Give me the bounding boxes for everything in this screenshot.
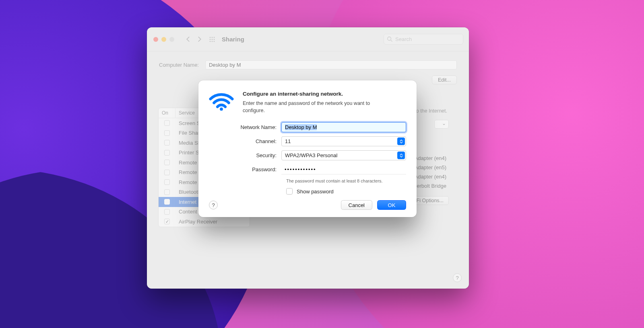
- ok-button[interactable]: OK: [377, 200, 406, 210]
- dialog-title: Configure an internet-sharing network.: [243, 91, 388, 97]
- svg-point-6: [210, 41, 211, 42]
- channel-label: Channel:: [209, 138, 281, 144]
- computer-name-input[interactable]: [205, 60, 457, 70]
- edit-button[interactable]: Edit...: [432, 76, 457, 84]
- window-title: Sharing: [222, 36, 244, 43]
- stepper-arrows-icon: [397, 152, 405, 159]
- channel-value: 11: [285, 138, 291, 144]
- titlebar: Sharing: [147, 27, 469, 51]
- wifi-icon: [209, 91, 234, 112]
- computer-name-label: Computer Name:: [159, 62, 199, 68]
- show-password-label: Show password: [297, 189, 334, 195]
- service-checkbox[interactable]: [164, 209, 170, 215]
- search-icon: [387, 36, 392, 42]
- service-checkbox[interactable]: [164, 130, 170, 136]
- dialog-subtitle: Enter the name and password of the netwo…: [243, 100, 388, 114]
- svg-point-0: [210, 37, 211, 38]
- network-name-input[interactable]: [281, 122, 406, 132]
- svg-point-4: [212, 39, 213, 40]
- show-all-button[interactable]: [207, 35, 217, 44]
- network-name-label: Network Name:: [209, 124, 281, 130]
- service-checkbox[interactable]: [164, 150, 170, 156]
- stepper-arrows-icon: [397, 137, 405, 145]
- service-checkbox[interactable]: [164, 219, 170, 224]
- close-window-button[interactable]: [153, 37, 158, 42]
- svg-point-8: [214, 41, 215, 42]
- service-row[interactable]: AirPlay Receiver: [159, 217, 250, 227]
- grid-icon: [209, 36, 215, 43]
- cancel-button[interactable]: Cancel: [341, 200, 372, 210]
- svg-point-5: [214, 39, 215, 40]
- security-select[interactable]: WPA2/WPA3 Personal: [281, 150, 406, 160]
- services-header-on: On: [159, 108, 175, 118]
- svg-point-3: [210, 39, 211, 40]
- service-checkbox[interactable]: [164, 170, 170, 175]
- forward-button[interactable]: [194, 35, 204, 44]
- share-connection-select[interactable]: [434, 120, 449, 129]
- service-checkbox[interactable]: [164, 179, 170, 185]
- back-button[interactable]: [183, 35, 193, 44]
- help-button[interactable]: ?: [453, 273, 462, 282]
- security-value: WPA2/WPA3 Personal: [285, 152, 337, 158]
- service-checkbox[interactable]: [164, 120, 170, 126]
- show-password-checkbox[interactable]: [286, 188, 293, 195]
- service-label: AirPlay Receiver: [175, 219, 250, 225]
- password-input[interactable]: [281, 164, 406, 174]
- password-hint: The password must contain at least 8 cha…: [286, 178, 406, 183]
- service-checkbox[interactable]: [164, 140, 170, 146]
- service-checkbox[interactable]: [164, 199, 170, 205]
- chevron-left-icon: [186, 37, 191, 42]
- search-input[interactable]: [384, 34, 463, 45]
- svg-point-10: [220, 108, 223, 111]
- traffic-lights: [153, 37, 174, 42]
- chevron-right-icon: [197, 37, 202, 42]
- minimize-window-button[interactable]: [161, 37, 166, 42]
- service-checkbox[interactable]: [164, 189, 170, 195]
- channel-select[interactable]: 11: [281, 136, 406, 146]
- dialog-help-button[interactable]: ?: [209, 201, 218, 209]
- service-checkbox[interactable]: [164, 160, 170, 165]
- svg-point-7: [212, 41, 213, 42]
- zoom-window-button[interactable]: [169, 37, 174, 42]
- security-label: Security:: [209, 152, 281, 158]
- svg-point-2: [214, 37, 215, 38]
- configure-network-dialog: Configure an internet-sharing network. E…: [198, 80, 417, 217]
- password-label: Password:: [209, 166, 281, 172]
- svg-point-1: [212, 37, 213, 38]
